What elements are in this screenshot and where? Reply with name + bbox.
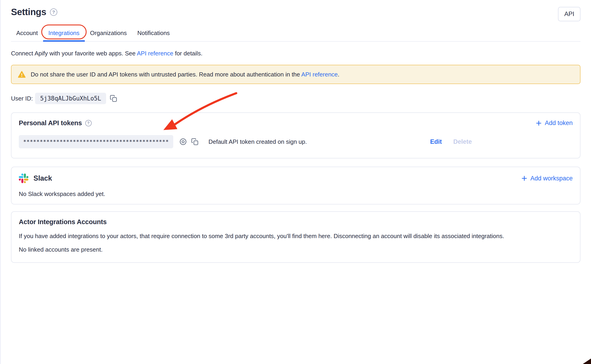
- tab-integrations[interactable]: Integrations: [43, 28, 85, 41]
- plus-icon: [521, 175, 528, 182]
- copy-icon: [110, 95, 117, 102]
- page-header: Settings ? API: [11, 0, 580, 21]
- add-workspace-label: Add workspace: [530, 175, 573, 182]
- tab-account[interactable]: Account: [11, 28, 43, 41]
- personal-api-tokens-card: Personal API tokens ? Add token ********…: [11, 112, 580, 158]
- corner-cursor-artifact: [583, 358, 591, 364]
- warning-text-pre: Do not share the user ID and API tokens …: [31, 71, 301, 78]
- slack-card-title: Slack: [33, 174, 52, 182]
- actor-empty-text: No linked accounts are present.: [19, 246, 573, 253]
- warning-text: Do not share the user ID and API tokens …: [31, 71, 339, 78]
- warning-api-reference-link[interactable]: API reference: [301, 71, 338, 78]
- tab-integrations-label: Integrations: [48, 30, 80, 36]
- api-reference-link[interactable]: API reference: [137, 50, 173, 57]
- user-id-label: User ID:: [11, 95, 33, 102]
- tab-account-label: Account: [16, 30, 38, 36]
- user-id-row: User ID: 5j38qALJbGuXhLo5L: [11, 93, 580, 104]
- add-token-button[interactable]: Add token: [536, 119, 573, 127]
- add-token-label: Add token: [545, 119, 573, 127]
- tab-organizations[interactable]: Organizations: [85, 28, 132, 41]
- tab-organizations-label: Organizations: [90, 30, 127, 36]
- copy-user-id-button[interactable]: [110, 95, 117, 102]
- tab-notifications-label: Notifications: [137, 30, 170, 36]
- actor-integrations-card: Actor Integrations Accounts If you have …: [11, 211, 580, 263]
- slack-card: Slack Add workspace No Slack workspaces …: [11, 167, 580, 204]
- delete-token-button[interactable]: Delete: [453, 138, 472, 145]
- intro-text-pre: Connect Apify with your favorite web app…: [11, 50, 137, 57]
- warning-banner: Do not share the user ID and API tokens …: [11, 65, 580, 84]
- api-button[interactable]: API: [558, 7, 580, 21]
- edit-token-button[interactable]: Edit: [430, 138, 442, 145]
- intro-text: Connect Apify with your favorite web app…: [11, 50, 580, 57]
- plus-icon: [536, 120, 542, 126]
- active-tab-underline: [43, 40, 85, 42]
- actor-card-description: If you have added integrations to your a…: [19, 233, 573, 240]
- intro-text-post: for details.: [173, 50, 202, 57]
- add-workspace-button[interactable]: Add workspace: [521, 175, 573, 182]
- eye-icon: [179, 138, 187, 146]
- copy-icon: [191, 138, 199, 145]
- tokens-help-icon[interactable]: ?: [85, 120, 92, 126]
- slack-empty-text: No Slack workspaces added yet.: [19, 190, 573, 198]
- token-row: ****************************************…: [19, 135, 573, 148]
- warning-text-post: .: [338, 71, 339, 78]
- warning-icon: [18, 71, 26, 78]
- masked-token-value: ****************************************…: [19, 135, 173, 148]
- copy-token-button[interactable]: [191, 138, 199, 145]
- settings-help-icon[interactable]: ?: [50, 8, 57, 16]
- tokens-card-title: Personal API tokens: [19, 119, 82, 127]
- settings-tabs: Account Integrations Organizations Notif…: [11, 28, 580, 42]
- tab-notifications[interactable]: Notifications: [132, 28, 175, 41]
- show-token-button[interactable]: [179, 138, 187, 146]
- token-actions: Edit Delete: [430, 138, 472, 145]
- settings-page: Settings ? API Account Integrations Orga…: [0, 0, 591, 364]
- slack-icon: [19, 174, 28, 183]
- user-id-value: 5j38qALJbGuXhLo5L: [35, 93, 106, 104]
- page-title: Settings: [11, 7, 46, 17]
- actor-card-title: Actor Integrations Accounts: [19, 218, 106, 226]
- token-description: Default API token created on sign up.: [209, 138, 307, 145]
